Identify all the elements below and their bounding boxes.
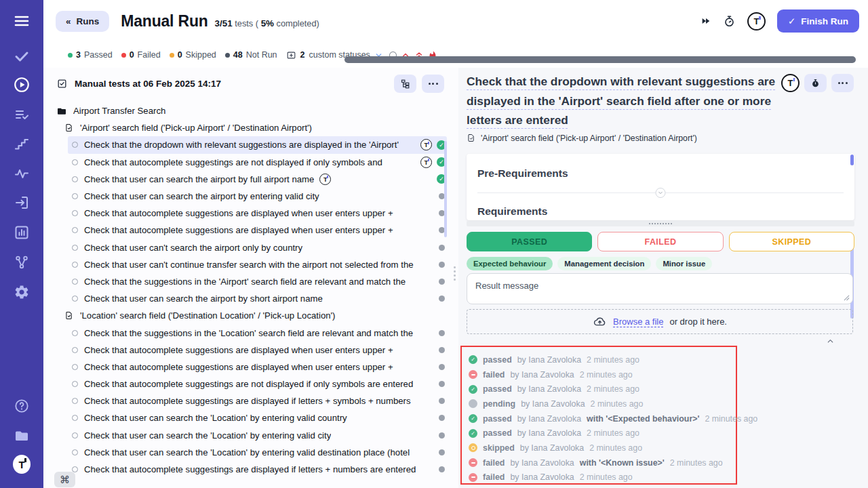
test-radio-icon[interactable]: [72, 432, 78, 439]
not-run-status-icon: [439, 279, 445, 285]
tree-test-row[interactable]: Check that the suggestions in the 'Locat…: [68, 324, 447, 341]
steps-icon[interactable]: [13, 136, 31, 153]
history-entry: failed by Iana Zavoloka 2 minutes ago: [469, 367, 736, 382]
tree-test-row[interactable]: Check that user can search the 'Location…: [68, 409, 447, 426]
test-radio-icon[interactable]: [72, 227, 78, 233]
tree-test-row[interactable]: Check that user can search the airport b…: [68, 290, 447, 307]
tree-test-row[interactable]: Check that user can't search the airport…: [68, 239, 447, 256]
test-radio-icon[interactable]: [72, 330, 78, 336]
tree-test-row[interactable]: Check that autocomplete suggestings are …: [68, 461, 447, 478]
reports-chart-icon[interactable]: [13, 224, 31, 241]
tree-test-row[interactable]: Check that autocomplete suggestings are …: [68, 154, 447, 171]
test-radio-icon[interactable]: [72, 262, 78, 268]
tree-test-row[interactable]: Check that autocomplete suggestions are …: [68, 222, 447, 239]
help-icon[interactable]: [13, 397, 31, 415]
panel-resize-handle[interactable]: [467, 221, 854, 226]
status-button-failed[interactable]: FAILED: [597, 232, 723, 251]
tests-check-icon[interactable]: [13, 47, 31, 65]
result-message-wrap: [467, 273, 853, 304]
result-message-input[interactable]: [467, 273, 853, 304]
detail-more-button[interactable]: [831, 74, 854, 92]
app-logo-icon[interactable]: T: [747, 12, 766, 30]
test-radio-icon[interactable]: [72, 245, 78, 251]
tree-view-button[interactable]: [394, 75, 416, 93]
tree-scrollbar[interactable]: [444, 141, 447, 237]
test-title: Check that autocomplete suggestings are …: [84, 464, 416, 474]
card-scrollbar[interactable]: [850, 155, 854, 165]
status-dot-icon: [170, 53, 174, 58]
menu-icon[interactable]: [13, 12, 31, 30]
tree-test-row[interactable]: Check that autocomplete suggestings are …: [68, 392, 447, 409]
tag-expected-behaviour[interactable]: Expected behaviour: [467, 257, 553, 270]
file-dropzone[interactable]: Browse a file or drop it here.: [467, 309, 853, 334]
test-radio-icon[interactable]: [72, 381, 78, 387]
collapse-section-chevron[interactable]: [826, 337, 835, 346]
tree-header: Manual tests at 06 Feb 2025 14:17: [43, 68, 458, 99]
tree-test-row[interactable]: Check that user can search the 'Location…: [68, 427, 447, 444]
tree-test-row[interactable]: Check that autocomplete suggestions are …: [68, 342, 447, 359]
history-entry: ✓passed by Iana Zavoloka 2 minutes ago: [469, 382, 736, 396]
test-radio-icon[interactable]: [72, 176, 78, 182]
cloud-upload-icon: [593, 315, 607, 329]
tree-test-row[interactable]: Check that autocomplete suggestings are …: [68, 375, 447, 392]
branches-icon[interactable]: [13, 253, 31, 271]
workspace-logo-icon[interactable]: T: [13, 455, 31, 473]
test-radio-icon[interactable]: [72, 159, 78, 165]
projects-folder-icon[interactable]: [13, 427, 31, 445]
fast-forward-icon[interactable]: [701, 16, 711, 26]
test-radio-icon[interactable]: [72, 279, 78, 285]
test-radio-icon[interactable]: [72, 210, 78, 216]
section-collapse-toggle[interactable]: [656, 188, 666, 198]
tree-suite-row[interactable]: 'Airport' search field ('Pick-up Airport…: [64, 119, 458, 136]
not-run-status-icon: [439, 415, 445, 421]
tree-folder-row[interactable]: Airport Transfer Search: [56, 102, 458, 119]
tree-test-row[interactable]: Check that autocomplete suggestions are …: [68, 205, 447, 222]
tree-test-row[interactable]: Check that user can search the airport b…: [68, 188, 447, 205]
tree-test-row[interactable]: Check that user can search the 'Location…: [68, 444, 447, 461]
tree-test-row[interactable]: Check that user can search the airport b…: [68, 171, 447, 188]
tree-test-row[interactable]: Check that the dropdown with relevant su…: [68, 136, 447, 153]
test-radio-icon[interactable]: [72, 415, 78, 421]
tree-suite-row[interactable]: 'Location' search field ('Destination Lo…: [64, 307, 458, 324]
status-button-skipped[interactable]: SKIPPED: [729, 232, 854, 251]
finish-run-button[interactable]: ✓ Finish Run: [777, 9, 859, 33]
back-to-runs-button[interactable]: « Runs: [56, 11, 109, 32]
tree-rows: Airport Transfer Search'Airport' search …: [43, 102, 458, 478]
keyboard-shortcut-badge[interactable]: ⌘: [54, 472, 75, 487]
status-history-list: ✓passed by Iana Zavoloka 2 minutes agofa…: [460, 346, 737, 485]
status-button-passed[interactable]: PASSED: [467, 232, 592, 251]
test-plans-icon[interactable]: [13, 106, 31, 123]
test-radio-icon[interactable]: [72, 142, 78, 148]
tag-minor-issue[interactable]: Minor issue: [656, 257, 712, 270]
test-title: Check that autocomplete suggestions are …: [84, 208, 393, 218]
skipped-status-icon: [469, 443, 477, 452]
folder-icon: [56, 106, 67, 117]
pulse-icon[interactable]: [13, 165, 31, 182]
failed-status-icon: [469, 473, 477, 482]
test-radio-icon[interactable]: [72, 296, 78, 302]
test-radio-icon[interactable]: [72, 364, 78, 370]
settings-gear-icon[interactable]: [13, 283, 31, 301]
not-run-status-icon: [439, 347, 445, 353]
failed-status-icon: [469, 370, 477, 379]
test-title-editable[interactable]: Check that the dropdown with relevant su…: [467, 72, 791, 130]
tree-more-button[interactable]: [422, 75, 444, 93]
tree-test-row[interactable]: Check that autocomplete suggestions are …: [68, 359, 447, 375]
not-run-status-icon: [439, 449, 445, 455]
tag-management-decision[interactable]: Management decision: [557, 257, 651, 270]
import-icon[interactable]: [13, 194, 31, 211]
tree-test-row[interactable]: Check that user can't continue transfer …: [68, 256, 447, 273]
timer-button[interactable]: [804, 74, 827, 92]
test-radio-icon[interactable]: [72, 449, 78, 455]
automated-test-icon: T: [420, 157, 432, 168]
test-radio-icon[interactable]: [72, 347, 78, 353]
resize-grip-icon[interactable]: [844, 295, 850, 301]
browse-file-link[interactable]: Browse a file: [613, 317, 663, 327]
stat-passed: 3Passed: [68, 50, 113, 60]
runs-play-icon[interactable]: [13, 76, 31, 94]
test-radio-icon[interactable]: [72, 193, 78, 199]
tree-test-row[interactable]: Check that the suggestions in the 'Airpo…: [68, 273, 447, 290]
test-radio-icon[interactable]: [72, 398, 78, 404]
stopwatch-icon[interactable]: [723, 15, 736, 28]
panel-divider-grip[interactable]: [454, 266, 456, 281]
